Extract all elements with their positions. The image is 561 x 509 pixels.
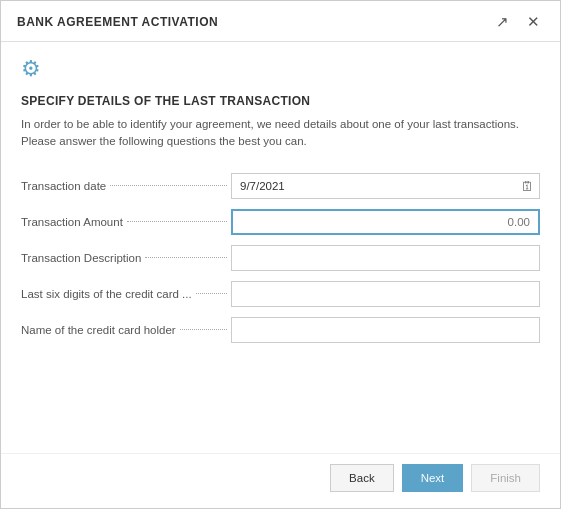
last-six-digits-container: [231, 281, 540, 307]
label-card-holder: Name of the credit card holder: [21, 324, 176, 336]
expand-icon: ↗: [496, 13, 509, 31]
form-group-last-six-digits: Last six digits of the credit card ...: [21, 281, 540, 307]
label-row-transaction-amount: Transaction Amount: [21, 216, 231, 228]
transaction-amount-input[interactable]: [231, 209, 540, 235]
header-icons: ↗ ✕: [492, 11, 544, 33]
label-last-six-digits: Last six digits of the credit card ...: [21, 288, 192, 300]
expand-button[interactable]: ↗: [492, 11, 513, 33]
dots-last-six-digits: [196, 293, 227, 294]
gear-icon: ⚙: [21, 56, 41, 81]
dialog-container: BANK AGREEMENT ACTIVATION ↗ ✕ ⚙ SPECIFY …: [0, 0, 561, 509]
form-group-transaction-amount: Transaction Amount: [21, 209, 540, 235]
section-description: In order to be able to identify your agr…: [21, 116, 540, 151]
transaction-description-container: [231, 245, 540, 271]
back-button[interactable]: Back: [330, 464, 394, 492]
dialog-body: ⚙ SPECIFY DETAILS OF THE LAST TRANSACTIO…: [1, 42, 560, 453]
form-group-card-holder: Name of the credit card holder: [21, 317, 540, 343]
card-holder-input[interactable]: [231, 317, 540, 343]
dots-card-holder: [180, 329, 227, 330]
transaction-date-container: 🗓: [231, 173, 540, 199]
label-transaction-date: Transaction date: [21, 180, 106, 192]
form-group-transaction-date: Transaction date 🗓: [21, 173, 540, 199]
dialog-header: BANK AGREEMENT ACTIVATION ↗ ✕: [1, 1, 560, 42]
dots-transaction-amount: [127, 221, 227, 222]
label-row-card-holder: Name of the credit card holder: [21, 324, 231, 336]
dialog-footer: Back Next Finish: [1, 453, 560, 508]
transaction-date-input[interactable]: [231, 173, 540, 199]
form-group-transaction-description: Transaction Description: [21, 245, 540, 271]
next-button[interactable]: Next: [402, 464, 464, 492]
label-row-transaction-date: Transaction date: [21, 180, 231, 192]
dots-transaction-date: [110, 185, 227, 186]
gear-icon-container: ⚙: [21, 56, 540, 82]
close-button[interactable]: ✕: [523, 11, 544, 33]
label-row-transaction-description: Transaction Description: [21, 252, 231, 264]
transaction-description-input[interactable]: [231, 245, 540, 271]
card-holder-container: [231, 317, 540, 343]
form: Transaction date 🗓 Transaction Amount: [21, 173, 540, 343]
transaction-amount-container: [231, 209, 540, 235]
label-transaction-amount: Transaction Amount: [21, 216, 123, 228]
close-icon: ✕: [527, 13, 540, 31]
label-row-last-six-digits: Last six digits of the credit card ...: [21, 288, 231, 300]
finish-button[interactable]: Finish: [471, 464, 540, 492]
last-six-digits-input[interactable]: [231, 281, 540, 307]
dialog-title: BANK AGREEMENT ACTIVATION: [17, 15, 218, 29]
section-title: SPECIFY DETAILS OF THE LAST TRANSACTION: [21, 94, 540, 108]
label-transaction-description: Transaction Description: [21, 252, 141, 264]
dots-transaction-description: [145, 257, 227, 258]
